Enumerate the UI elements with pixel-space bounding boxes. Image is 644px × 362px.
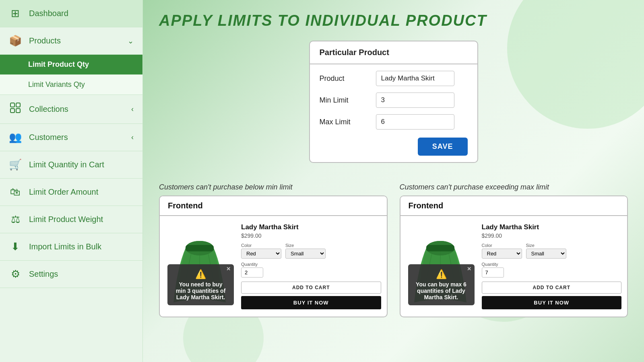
collections-icon [9, 102, 22, 116]
min-tooltip-text: You need to buy min 3 quantities of Lady… [176, 281, 226, 300]
demo-max-limit: Customers can't purchase exceeding max l… [400, 183, 628, 317]
dashboard-icon: ⊞ [9, 7, 22, 20]
color-size-row-left: Color Red Size Small [241, 243, 381, 259]
qty-label-left: Quantity [241, 262, 381, 267]
product-field-row: Product [320, 71, 468, 86]
sidebar-sub-label: Limit Variants Qty [28, 80, 85, 89]
max-tooltip-text: You can buy max 6 quantities of Lady Mar… [416, 281, 466, 300]
product-image-right: ⚠️ You can buy max 6 quantities of Lady … [406, 223, 475, 309]
sidebar-item-import-limits-in-bulk[interactable]: ⬇ Import Limits in Bulk [0, 233, 142, 261]
color-size-row-right: Color Red Size Small [482, 243, 622, 259]
color-label-right: Color [482, 243, 522, 248]
qty-input-right[interactable] [482, 267, 504, 278]
svg-rect-12 [426, 245, 454, 251]
min-tooltip: ⚠️ You need to buy min 3 quantities of L… [167, 264, 234, 305]
min-limit-label: Min Limit [320, 96, 376, 105]
sidebar-item-limit-quantity-in-cart[interactable]: 🛒 Limit Quantity in Cart [0, 151, 142, 179]
frontend-body-right: ⚠️ You can buy max 6 quantities of Lady … [400, 216, 627, 317]
color-group-left: Color Red [241, 243, 281, 259]
order-icon: 🛍 [9, 186, 22, 198]
size-select-right[interactable]: Small [526, 249, 566, 259]
sidebar-item-label: Collections [29, 105, 68, 114]
max-limit-input[interactable] [376, 114, 454, 130]
size-select-left[interactable]: Small [285, 249, 326, 259]
particular-product-card: Particular Product Product Min Limit Max… [309, 41, 478, 163]
add-to-cart-left[interactable]: ADD TO CART [241, 282, 381, 294]
product-price-right: $299.00 [482, 232, 622, 239]
demo-left-title: Customers can't purchase below min limit [159, 183, 388, 191]
frontend-card-left: Frontend [159, 195, 388, 317]
frontend-label-right: Frontend [400, 196, 627, 216]
sidebar-item-label: Limit Quantity in Cart [29, 160, 104, 169]
sidebar-item-products[interactable]: 📦 Products ⌄ [0, 27, 142, 55]
max-limit-label: Max Limit [320, 118, 376, 126]
size-label-left: Size [285, 243, 326, 248]
max-limit-field-row: Max Limit [320, 114, 468, 130]
sidebar-item-label: Import Limits in Bulk [29, 242, 101, 251]
product-label: Product [320, 74, 376, 83]
save-button[interactable]: SAVE [418, 138, 468, 156]
sidebar-item-limit-variants-qty[interactable]: Limit Variants Qty [0, 75, 142, 95]
size-group-right: Size Small [526, 243, 566, 259]
chevron-left-icon: ‹ [131, 133, 134, 142]
size-group-left: Size Small [285, 243, 326, 259]
close-icon[interactable]: ✕ [226, 266, 231, 272]
product-image-left: ⚠️ You need to buy min 3 quantities of L… [165, 223, 234, 309]
min-limit-input[interactable] [376, 93, 454, 108]
settings-icon: ⚙ [9, 268, 22, 280]
chevron-left-icon: ‹ [131, 105, 134, 113]
sidebar: ⊞ Dashboard 📦 Products ⌄ Limit Product Q… [0, 0, 143, 362]
chevron-down-icon: ⌄ [128, 37, 134, 45]
warning-icon: ⚠️ [174, 269, 227, 280]
sidebar-item-collections[interactable]: Collections ‹ [0, 95, 142, 124]
size-label-right: Size [526, 243, 566, 248]
svg-rect-1 [16, 103, 20, 107]
demo-min-limit: Customers can't purchase below min limit… [159, 183, 388, 317]
cart-icon: 🛒 [9, 158, 22, 171]
sidebar-item-label: Products [29, 36, 61, 45]
customers-icon: 👥 [9, 131, 22, 144]
svg-rect-0 [10, 103, 14, 107]
color-group-right: Color Red [482, 243, 522, 259]
product-input[interactable] [376, 71, 454, 86]
qty-label-right: Quantity [482, 262, 622, 267]
frontend-card-right: Frontend [400, 195, 628, 317]
qty-input-left[interactable] [241, 267, 263, 278]
sidebar-item-customers[interactable]: 👥 Customers ‹ [0, 124, 142, 151]
sidebar-item-label: Settings [29, 269, 58, 279]
sidebar-item-label: Customers [29, 133, 68, 142]
sidebar-item-label: Limit Product Weight [29, 215, 103, 224]
sidebar-item-label: Limit Order Amount [29, 187, 98, 197]
close-icon[interactable]: ✕ [467, 266, 471, 272]
warning-icon: ⚠️ [415, 269, 468, 280]
qty-group-left: Quantity [241, 262, 381, 278]
sidebar-item-settings[interactable]: ⚙ Settings [0, 261, 142, 288]
add-to-cart-right[interactable]: ADD TO CART [482, 282, 622, 294]
qty-group-right: Quantity [482, 262, 622, 278]
max-tooltip: ⚠️ You can buy max 6 quantities of Lady … [408, 264, 475, 305]
weight-icon: ⚖ [9, 213, 22, 226]
svg-rect-3 [16, 109, 20, 113]
main-content: APPLY LIMITS TO INDIVIDUAL PRODUCT Parti… [143, 0, 644, 362]
product-details-left: Lady Martha Skirt $299.00 Color Red [241, 223, 381, 309]
sidebar-item-dashboard[interactable]: ⊞ Dashboard [0, 0, 142, 27]
product-name-left: Lady Martha Skirt [241, 223, 381, 231]
product-name-right: Lady Martha Skirt [482, 223, 622, 231]
product-details-right: Lady Martha Skirt $299.00 Color Red [482, 223, 622, 309]
products-icon: 📦 [9, 35, 22, 47]
color-select-left[interactable]: Red [241, 249, 281, 259]
frontend-label-left: Frontend [160, 196, 387, 216]
buy-now-right[interactable]: BUY IT NOW [482, 296, 622, 309]
sidebar-item-limit-product-weight[interactable]: ⚖ Limit Product Weight [0, 206, 142, 233]
sidebar-item-limit-order-amount[interactable]: 🛍 Limit Order Amount [0, 179, 142, 206]
svg-rect-2 [10, 109, 14, 113]
sidebar-item-limit-product-qty[interactable]: Limit Product Qty [0, 55, 142, 75]
demo-right-title: Customers can't purchase exceeding max l… [400, 183, 628, 191]
color-label-left: Color [241, 243, 281, 248]
page-title: APPLY LIMITS TO INDIVIDUAL PRODUCT [159, 12, 628, 29]
demo-section: Customers can't purchase below min limit… [159, 183, 628, 317]
svg-rect-6 [186, 245, 214, 251]
buy-now-left[interactable]: BUY IT NOW [241, 296, 381, 309]
sidebar-item-label: Dashboard [29, 9, 68, 18]
color-select-right[interactable]: Red [482, 249, 522, 259]
